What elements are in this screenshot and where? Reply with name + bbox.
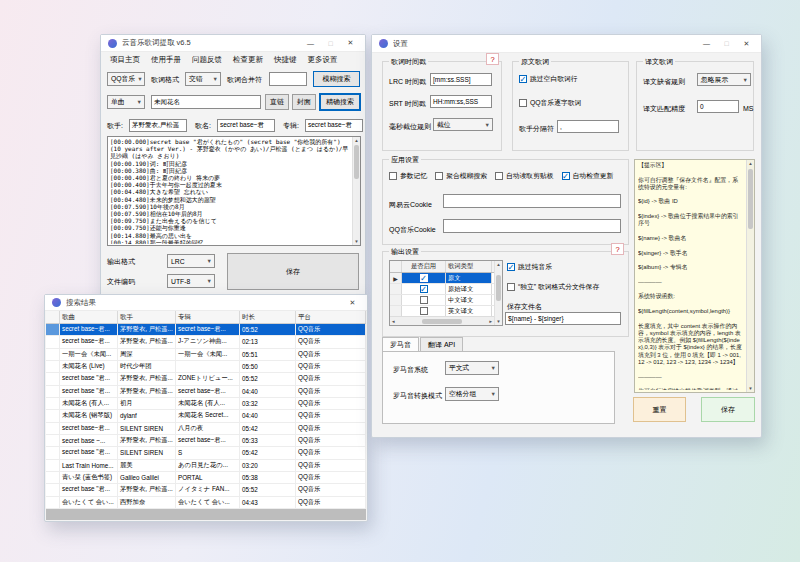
platform-cell[interactable]: QQ音乐 bbox=[296, 423, 366, 434]
search-type-select[interactable]: 单曲▼ bbox=[107, 95, 145, 109]
duration-cell[interactable]: 03:20 bbox=[240, 460, 296, 471]
checkbox-icon[interactable] bbox=[519, 75, 527, 83]
album-cell[interactable]: S bbox=[176, 447, 240, 458]
platform-cell[interactable]: QQ音乐 bbox=[296, 373, 366, 384]
lyric-type-cell[interactable]: 原文 bbox=[446, 273, 492, 283]
duration-cell[interactable]: 05:38 bbox=[240, 472, 296, 483]
separator-input[interactable]: , bbox=[557, 120, 619, 133]
singer-cell[interactable]: 茅野愛衣, 戸松遥... bbox=[118, 324, 176, 335]
menu-item[interactable]: 更多设置 bbox=[308, 55, 338, 65]
duration-cell[interactable]: 05:51 bbox=[240, 349, 296, 360]
checkbox-icon[interactable] bbox=[420, 274, 428, 282]
translation-rule-select[interactable]: 忽略展示▼ bbox=[697, 73, 751, 86]
platform-cell[interactable]: QQ音乐 bbox=[296, 497, 366, 508]
table-row[interactable]: 未闻花名 (钢琴版) dylanf 未闻花名 Secret... 04:40 Q… bbox=[46, 410, 366, 422]
column-singer[interactable]: 歌手 bbox=[118, 311, 176, 323]
format-select[interactable]: 交错▼ bbox=[185, 72, 221, 86]
checkbox-icon[interactable] bbox=[389, 172, 397, 180]
singer-cell[interactable]: 茅野愛衣, 戸松遥... bbox=[118, 336, 176, 347]
row-selector-cell[interactable] bbox=[46, 398, 60, 409]
settings-titlebar[interactable]: 设置 — □ ✕ bbox=[372, 35, 761, 53]
save-settings-button[interactable]: 保存 bbox=[701, 397, 755, 422]
close-icon[interactable]: ✕ bbox=[343, 39, 358, 47]
checkbox-icon[interactable] bbox=[420, 296, 428, 304]
enabled-cell[interactable] bbox=[402, 284, 446, 294]
song-cell[interactable]: secret base~君... bbox=[60, 336, 118, 347]
row-selector-cell[interactable] bbox=[46, 410, 60, 421]
direct-link-button[interactable]: 直链 bbox=[265, 94, 289, 110]
song-cell[interactable]: secret base~君... bbox=[60, 423, 118, 434]
lyric-type-cell[interactable]: 英文译文 bbox=[446, 306, 492, 316]
duration-cell[interactable]: 05:50 bbox=[240, 361, 296, 372]
lyrics-textarea[interactable]: [00:00.000]secret base "君がくれたもの" (secret… bbox=[107, 136, 361, 246]
scroll-up-icon[interactable]: ▲ bbox=[747, 161, 754, 166]
duration-cell[interactable]: 02:13 bbox=[240, 336, 296, 347]
row-indicator[interactable]: ▶ bbox=[390, 284, 402, 294]
menu-item[interactable]: 使用手册 bbox=[151, 55, 181, 65]
album-cell[interactable] bbox=[176, 361, 240, 372]
table-row[interactable]: Last Train Home... 麗美 あの日見た花の... 03:20 Q… bbox=[46, 460, 366, 472]
row-indicator[interactable]: ▶ bbox=[390, 306, 402, 316]
checkbox-icon[interactable] bbox=[420, 285, 428, 293]
qq-cookie-input[interactable] bbox=[443, 219, 621, 233]
duration-cell[interactable]: 04:40 bbox=[240, 386, 296, 397]
album-cell[interactable]: あの日見た花の... bbox=[176, 460, 240, 471]
row-selector-cell[interactable] bbox=[46, 460, 60, 471]
table-row[interactable]: secret base~君... 茅野愛衣, 戸松遥... secret bas… bbox=[46, 324, 366, 336]
search-titlebar[interactable]: 搜索结果 ✕ bbox=[45, 295, 367, 311]
table-row[interactable]: 未闻花名 (Live) 时代少年团 05:50 QQ音乐 bbox=[46, 361, 366, 373]
netease-cookie-input[interactable] bbox=[443, 194, 621, 208]
song-cell[interactable]: secret base "君... bbox=[60, 386, 118, 397]
singer-cell[interactable]: SILENT SIREN bbox=[118, 447, 176, 458]
platform-cell[interactable]: QQ音乐 bbox=[296, 398, 366, 409]
platform-cell[interactable]: QQ音乐 bbox=[296, 435, 366, 446]
album-cell[interactable]: secret base~君... bbox=[176, 386, 240, 397]
help-button[interactable]: ? bbox=[486, 53, 499, 65]
column-song[interactable]: 歌曲 bbox=[60, 311, 118, 323]
singer-cell[interactable]: 初月 bbox=[118, 398, 176, 409]
scrollbar-thumb[interactable] bbox=[354, 145, 359, 179]
album-cell[interactable]: 一期一会《未闻... bbox=[176, 349, 240, 360]
skip-blank-checkbox[interactable]: 跳过空白歌词行 bbox=[519, 74, 578, 84]
platform-cell[interactable]: QQ音乐 bbox=[296, 484, 366, 495]
song-cell[interactable]: secret base ~... bbox=[60, 435, 118, 446]
duration-cell[interactable]: 05:52 bbox=[240, 484, 296, 495]
romaji-system-select[interactable]: 平文式▼ bbox=[445, 361, 499, 375]
table-row[interactable]: secret base "君... 茅野愛衣, 戸松遥... secret ba… bbox=[46, 386, 366, 398]
duration-cell[interactable]: 05:52 bbox=[240, 373, 296, 384]
singer-cell[interactable]: 茅野愛衣, 戸松遥... bbox=[118, 386, 176, 397]
song-cell[interactable]: secret base~君... bbox=[60, 324, 118, 335]
album-cell[interactable]: J-アニソン神曲... bbox=[176, 336, 240, 347]
song-cell[interactable]: 会いたくて 会い... bbox=[60, 497, 118, 508]
scrollbar-thumb[interactable] bbox=[496, 275, 501, 301]
singer-cell[interactable]: Galileo Galilei bbox=[118, 472, 176, 483]
row-selector-cell[interactable] bbox=[46, 484, 60, 495]
checkbox-icon[interactable] bbox=[562, 172, 570, 180]
platform-cell[interactable]: QQ音乐 bbox=[296, 336, 366, 347]
row-selector-cell[interactable] bbox=[46, 435, 60, 446]
split-files-checkbox[interactable]: “独立” 歌词格式分文件保存 bbox=[507, 282, 599, 292]
row-selector-cell[interactable] bbox=[46, 497, 60, 508]
maximize-icon[interactable]: □ bbox=[323, 40, 338, 47]
scrollbar-thumb[interactable] bbox=[748, 169, 753, 229]
menu-item[interactable]: 检查更新 bbox=[233, 55, 263, 65]
checkbox-icon[interactable] bbox=[435, 172, 443, 180]
scroll-right-icon[interactable]: ► bbox=[489, 319, 493, 324]
output-format-select[interactable]: LRC▼ bbox=[167, 254, 215, 268]
table-row[interactable]: secret base ~... 茅野愛衣, 戸松遥... secret bas… bbox=[46, 435, 366, 447]
lyric-type-cell[interactable]: 中文译文 bbox=[446, 295, 492, 305]
album-cell[interactable]: secret base~君... bbox=[176, 324, 240, 335]
srt-timestamp-input[interactable]: HH:mm:ss,SSS bbox=[430, 95, 492, 108]
table-row[interactable]: secret base "君... SILENT SIREN S 05:42 Q… bbox=[46, 447, 366, 459]
main-titlebar[interactable]: 云音乐歌词提取 v6.5 — □ ✕ bbox=[101, 35, 365, 52]
platform-cell[interactable]: QQ音乐 bbox=[296, 447, 366, 458]
column-duration[interactable]: 时长 bbox=[240, 311, 296, 323]
merge-symbol-input[interactable] bbox=[269, 72, 307, 86]
close-icon[interactable]: ✕ bbox=[739, 40, 754, 48]
platform-cell[interactable]: QQ音乐 bbox=[296, 349, 366, 360]
option-checkbox[interactable]: 自动检查更新 bbox=[562, 171, 614, 181]
scroll-down-icon[interactable]: ▼ bbox=[747, 386, 754, 391]
album-cell[interactable]: secret base~君... bbox=[176, 435, 240, 446]
grid-vertical-scrollbar[interactable]: ▲ ▼ bbox=[494, 261, 502, 325]
scroll-left-icon[interactable]: ◄ bbox=[391, 319, 395, 324]
